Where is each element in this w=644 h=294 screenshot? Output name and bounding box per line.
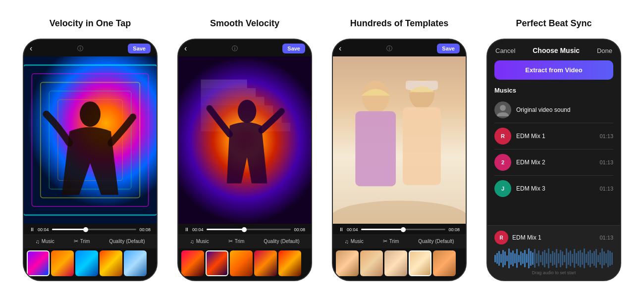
progress-fill-1 [52, 229, 86, 230]
thumb-3-4[interactable] [409, 250, 431, 276]
extract-from-video-button[interactable]: Extract from Video [494, 60, 613, 80]
music-item-edm2[interactable]: 2 EDM Mix 2 01:13 [487, 150, 620, 174]
progress-fill-3 [361, 229, 403, 230]
info-icon-1[interactable]: ⓘ [77, 45, 83, 53]
music-label-3: Music [351, 239, 364, 244]
music-label-2: Music [196, 239, 209, 244]
time-right-3: 00:08 [448, 227, 460, 232]
music-duration-edm3: 01:13 [599, 186, 613, 192]
time-right-2: 00:08 [294, 227, 305, 232]
music-item-original[interactable]: Original video sound [487, 98, 620, 122]
thumb-1-3[interactable] [75, 250, 98, 276]
save-button-1[interactable]: Save [128, 44, 151, 53]
progress-area-3: ⏸ 00:04 00:08 [333, 224, 466, 234]
thumb-2-5[interactable] [278, 250, 301, 276]
thumb-1-5[interactable] [124, 250, 147, 276]
music-icon-2: ♫ [190, 239, 194, 245]
quality-btn-1[interactable]: Quality (Default) [109, 239, 145, 244]
progress-track-3[interactable] [361, 229, 446, 230]
waveform[interactable] [494, 248, 613, 268]
music-duration-edm2: 01:13 [599, 159, 613, 165]
pause-icon-3[interactable]: ⏸ [339, 227, 344, 232]
music-item-edm1[interactable]: R EDM Mix 1 01:13 [487, 124, 620, 148]
thumb-1-1[interactable] [27, 250, 50, 276]
trim-btn-1[interactable]: ✂ Trim [74, 238, 90, 245]
quality-btn-2[interactable]: Quality (Default) [264, 239, 299, 244]
panel-velocity-one-tap: Velocity in One Tap ‹ ⓘ Save [15, 13, 165, 281]
player-track-name: EDM Mix 1 [512, 234, 595, 241]
back-icon-1[interactable]: ‹ [30, 44, 32, 53]
thumb-2-2[interactable] [206, 250, 228, 276]
music-btn-3[interactable]: ♫ Music [344, 239, 363, 245]
music-info-edm2: EDM Mix 2 [516, 159, 594, 166]
progress-track-1[interactable] [52, 229, 137, 230]
player-avatar: R [494, 231, 508, 245]
save-button-2[interactable]: Save [282, 44, 305, 53]
music-info-edm3: EDM Mix 3 [516, 185, 594, 192]
thumb-2-3[interactable] [230, 250, 253, 276]
trim-label-3: Trim [389, 239, 399, 244]
quality-label-2: Quality (Default) [264, 239, 299, 244]
panel-4-title: Perfect Beat Sync [516, 13, 591, 35]
trim-label-1: Trim [80, 239, 90, 244]
trim-icon-2: ✂ [228, 238, 233, 245]
music-name-edm3: EDM Mix 3 [516, 185, 594, 192]
quality-btn-3[interactable]: Quality (Default) [418, 239, 454, 244]
thumb-3-3[interactable] [384, 250, 407, 276]
music-icon-3: ♫ [344, 239, 348, 245]
progress-thumb-2[interactable] [242, 227, 247, 232]
music-icon-1: ♫ [35, 239, 39, 245]
music-divider-2 [494, 149, 613, 149]
trim-btn-3[interactable]: ✂ Trim [383, 238, 399, 245]
progress-thumb-1[interactable] [83, 227, 88, 232]
thumb-2-4[interactable] [254, 250, 277, 276]
music-item-edm3[interactable]: J EDM Mix 3 01:13 [487, 177, 620, 200]
music-avatar-edm2: 2 [494, 154, 511, 171]
music-info-edm1: EDM Mix 1 [516, 133, 594, 140]
panel-smooth-velocity: Smooth Velocity ‹ ⓘ Save [170, 13, 320, 281]
video-area-3 [333, 56, 466, 224]
svg-rect-15 [333, 56, 466, 224]
back-icon-3[interactable]: ‹ [339, 44, 341, 53]
done-button[interactable]: Done [597, 47, 612, 54]
thumb-3-2[interactable] [360, 250, 383, 276]
time-left-2: 00:04 [192, 227, 204, 232]
info-icon-3[interactable]: ⓘ [386, 45, 392, 53]
pause-icon-2[interactable]: ⏸ [184, 227, 189, 232]
back-icon-2[interactable]: ‹ [184, 44, 187, 53]
thumb-1-4[interactable] [100, 250, 122, 276]
player-top-row: R EDM Mix 1 01:13 [494, 231, 613, 245]
toolbar-2: ♫ Music ✂ Trim Quality (Default) [178, 234, 311, 248]
music-avatar-original [494, 101, 511, 118]
thumb-1-2[interactable] [51, 250, 74, 276]
music-btn-2[interactable]: ♫ Music [190, 239, 209, 245]
music-label-1: Music [42, 239, 54, 244]
phone-1-topbar: ‹ ⓘ Save [24, 40, 157, 56]
toolbar-1: ♫ Music ✂ Trim Quality (Default) [24, 234, 157, 248]
info-icon-2[interactable]: ⓘ [232, 45, 238, 53]
thumb-3-5[interactable] [433, 250, 456, 276]
drag-hint: Drag audio to set start [494, 270, 613, 275]
panel-3-title: Hundreds of Templates [350, 13, 449, 35]
thumb-3-1[interactable] [336, 250, 359, 276]
save-button-3[interactable]: Save [437, 44, 460, 53]
music-btn-1[interactable]: ♫ Music [35, 239, 54, 245]
phone-3-topbar: ‹ ⓘ Save [333, 40, 466, 56]
phone-4: Cancel Choose Music Done Extract from Vi… [486, 39, 621, 281]
svg-point-17 [362, 81, 389, 113]
progress-track-2[interactable] [207, 229, 291, 230]
pause-icon-1[interactable]: ⏸ [30, 227, 35, 232]
progress-thumb-3[interactable] [401, 227, 406, 232]
music-name-edm2: EDM Mix 2 [516, 159, 594, 166]
trim-btn-2[interactable]: ✂ Trim [228, 238, 245, 245]
music-duration-edm1: 01:13 [599, 133, 613, 139]
cancel-button[interactable]: Cancel [495, 47, 515, 54]
time-left-1: 00:04 [38, 227, 49, 232]
svg-rect-21 [403, 107, 441, 185]
quality-label-1: Quality (Default) [109, 239, 145, 244]
avatar-letter-edm2: 2 [501, 159, 504, 165]
svg-point-24 [500, 105, 506, 111]
svg-rect-19 [355, 111, 396, 187]
progress-area-1: ⏸ 00:04 00:08 [24, 224, 157, 234]
thumb-2-1[interactable] [181, 250, 204, 276]
